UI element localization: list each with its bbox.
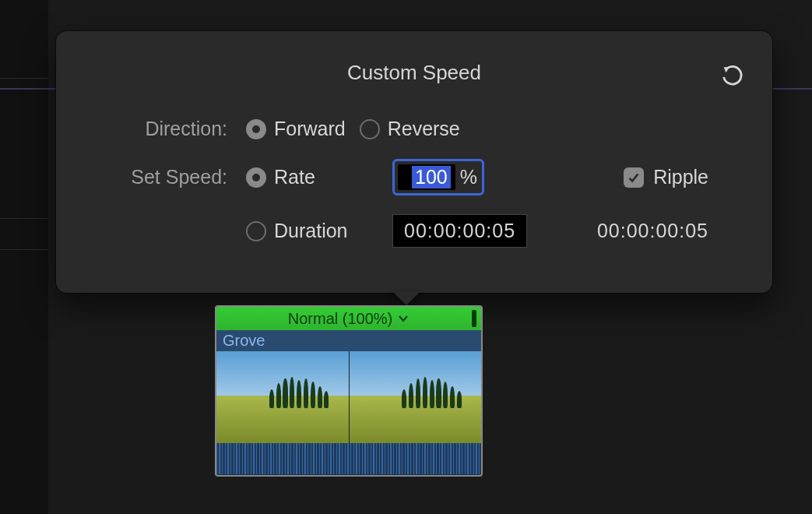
current-duration: 00:00:00:05	[597, 220, 708, 242]
direction-forward-radio[interactable]: Forward	[246, 118, 346, 140]
duration-input[interactable]: 00:00:00:05	[392, 214, 527, 248]
rate-input[interactable]: 100 %	[392, 159, 484, 195]
radio-label: Reverse	[388, 118, 460, 140]
left-gutter	[0, 0, 48, 514]
thumbnail	[216, 351, 350, 443]
set-speed-rate-radio[interactable]: Rate	[246, 166, 378, 188]
timeline-clip[interactable]: Normal (100%) Grove	[215, 305, 483, 477]
radio-label: Forward	[274, 118, 346, 140]
ripple-checkbox[interactable]: Ripple	[624, 166, 708, 188]
set-speed-label: Set Speed:	[90, 166, 246, 188]
reset-button[interactable]	[719, 64, 746, 90]
radio-label: Rate	[274, 166, 315, 188]
popover-arrow	[392, 291, 420, 305]
custom-speed-popover: Custom Speed Direction: Forward Reverse …	[56, 31, 772, 293]
clip-audio-waveform	[216, 443, 481, 474]
undo-arrow-icon	[719, 64, 746, 90]
checkbox-label: Ripple	[653, 166, 708, 188]
speed-bar-handle[interactable]	[472, 310, 476, 327]
popover-title: Custom Speed	[90, 61, 738, 85]
radio-dot-icon	[246, 167, 266, 188]
clip-title: Grove	[216, 330, 481, 351]
radio-dot-icon	[246, 119, 266, 139]
direction-label: Direction:	[90, 118, 246, 140]
rate-value: 100	[412, 166, 451, 188]
checkmark-icon	[624, 167, 644, 188]
clip-thumbnails	[216, 351, 481, 443]
clip-speed-label: Normal (100%)	[288, 310, 392, 328]
radio-dot-icon	[246, 221, 266, 241]
chevron-down-icon	[397, 312, 410, 325]
set-speed-duration-radio[interactable]: Duration	[246, 220, 378, 242]
radio-label: Duration	[274, 220, 348, 242]
direction-reverse-radio[interactable]: Reverse	[360, 118, 460, 140]
clip-speed-bar[interactable]: Normal (100%)	[216, 307, 481, 330]
radio-dot-icon	[360, 119, 380, 139]
thumbnail	[350, 351, 482, 443]
rate-unit: %	[460, 166, 477, 188]
